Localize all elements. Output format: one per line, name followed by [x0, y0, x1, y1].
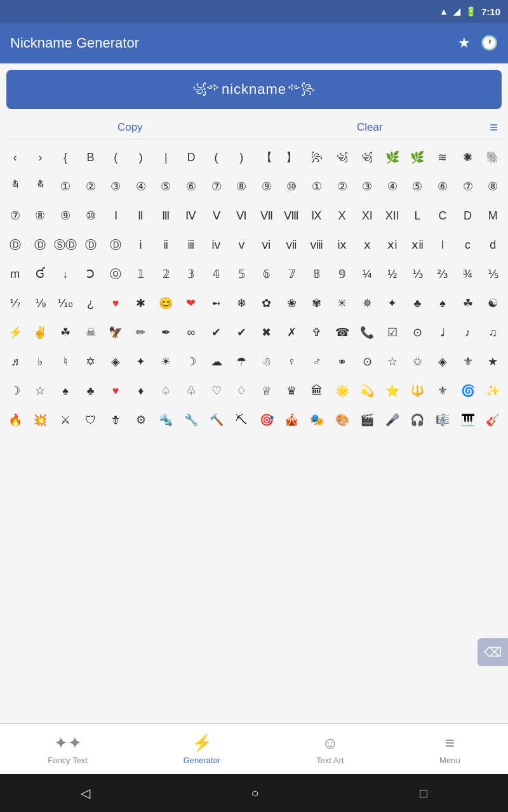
backspace-button[interactable]: ⌫ [478, 638, 508, 666]
symbol-cell[interactable]: ❄ [229, 289, 254, 318]
symbol-cell[interactable]: 📞 [354, 318, 380, 347]
symbol-cell[interactable]: ⑥ [430, 172, 455, 201]
symbol-cell[interactable]: ☁ [204, 347, 229, 376]
symbol-cell[interactable]: d [480, 230, 505, 259]
symbol-cell[interactable]: ♣ [405, 289, 431, 318]
symbol-cell[interactable]: ☆ [380, 347, 405, 376]
symbol-cell[interactable]: ✡ [78, 347, 104, 376]
symbol-cell[interactable]: ⅵ [254, 230, 279, 259]
symbol-cell[interactable]: ⚡ [3, 318, 28, 347]
symbol-cell[interactable]: ⑥ [178, 172, 204, 201]
symbol-cell[interactable]: ♮ [53, 347, 78, 376]
symbol-cell[interactable]: ♧ [178, 376, 204, 405]
symbol-cell[interactable]: ② [78, 172, 104, 201]
symbol-cell[interactable]: ☘ [455, 289, 481, 318]
symbol-cell[interactable]: 🎼 [430, 405, 455, 435]
nav-fancy-text[interactable]: ✦✦ Fancy Text [48, 733, 88, 765]
symbol-cell[interactable]: ✗ [279, 318, 305, 347]
nav-menu[interactable]: ≡ Menu [439, 733, 460, 765]
symbol-cell[interactable]: ✺ [455, 143, 481, 172]
symbol-cell[interactable]: 🔱 [405, 376, 431, 405]
symbol-cell[interactable]: ➻ [204, 289, 229, 318]
symbol-cell[interactable]: ⚙ [128, 405, 154, 435]
symbol-cell[interactable]: ⑧ [480, 172, 505, 201]
symbol-cell[interactable]: 𝟞 [254, 259, 279, 289]
symbol-cell[interactable]: ⅓ [405, 259, 431, 289]
symbol-cell[interactable]: ( [204, 143, 229, 172]
clear-button[interactable]: Clear [250, 121, 490, 134]
symbol-cell[interactable]: ✵ [354, 289, 380, 318]
symbol-cell[interactable]: ༀ [3, 172, 28, 201]
symbol-cell[interactable]: 𝟡 [330, 259, 355, 289]
symbol-cell[interactable]: ♩ [430, 318, 455, 347]
symbol-cell[interactable]: ✨ [480, 376, 505, 405]
symbol-cell[interactable]: ⅒ [53, 289, 78, 318]
symbol-cell[interactable]: ✔ [204, 318, 229, 347]
symbol-cell[interactable]: ⅹⅰ [380, 230, 405, 259]
symbol-cell[interactable]: ♛ [279, 376, 305, 405]
symbol-cell[interactable]: D [455, 201, 481, 230]
symbol-cell[interactable]: 𝟙 [128, 259, 154, 289]
symbol-cell[interactable]: ⊙ [354, 347, 380, 376]
symbol-cell[interactable]: ⅑ [28, 289, 53, 318]
symbol-cell[interactable]: ⅱ [154, 230, 179, 259]
symbol-cell[interactable]: ◈ [103, 347, 128, 376]
back-button[interactable]: ◁ [81, 785, 90, 801]
symbol-cell[interactable]: Ⅱ [128, 201, 154, 230]
symbol-cell[interactable]: ♦ [128, 376, 154, 405]
symbol-cell[interactable]: 🐘 [480, 143, 505, 172]
symbol-cell[interactable]: ✒ [154, 318, 179, 347]
symbol-cell[interactable]: ☘ [53, 318, 78, 347]
symbol-cell[interactable]: 𝟟 [279, 259, 305, 289]
symbol-cell[interactable]: 【 [254, 143, 279, 172]
symbol-cell[interactable]: ‹ [3, 143, 28, 172]
symbol-cell[interactable]: ⚔ [53, 405, 78, 435]
symbol-cell[interactable]: 🎸 [480, 405, 505, 435]
symbol-cell[interactable]: ⅸ [330, 230, 355, 259]
copy-button[interactable]: Copy [10, 121, 250, 134]
symbol-cell[interactable]: ✔ [229, 318, 254, 347]
symbol-cell[interactable]: 𝟠 [304, 259, 330, 289]
symbol-cell[interactable]: ☂ [229, 347, 254, 376]
symbol-cell[interactable]: Ⓓ [28, 230, 53, 259]
symbol-cell[interactable]: XI [354, 201, 380, 230]
symbol-cell[interactable]: ✾ [304, 289, 330, 318]
symbol-cell[interactable]: ② [330, 172, 355, 201]
symbol-cell[interactable]: ⅶ [279, 230, 305, 259]
symbol-cell[interactable]: 🌟 [330, 376, 355, 405]
symbol-cell[interactable]: ⓞ [103, 259, 128, 289]
symbol-cell[interactable]: 🦅 [103, 318, 128, 347]
symbol-cell[interactable]: ◈ [430, 347, 455, 376]
symbol-cell[interactable]: ⚜ [455, 347, 481, 376]
symbol-cell[interactable]: ⑤ [154, 172, 179, 201]
symbol-cell[interactable]: 🎯 [254, 405, 279, 435]
symbol-cell[interactable]: ⑧ [28, 201, 53, 230]
nav-text-art[interactable]: ☺ Text Art [316, 733, 344, 765]
symbol-cell[interactable]: ♣ [78, 376, 104, 405]
symbol-cell[interactable]: ≋ [430, 143, 455, 172]
symbol-cell[interactable]: 🏛 [304, 376, 330, 405]
symbol-cell[interactable]: Ⅳ [178, 201, 204, 230]
symbol-cell[interactable]: ⅴ [229, 230, 254, 259]
symbol-cell[interactable]: Ⓓ [103, 230, 128, 259]
symbol-cell[interactable]: ☠ [78, 318, 104, 347]
symbol-cell[interactable]: Ⅸ [304, 201, 330, 230]
symbol-cell[interactable]: ✿ [254, 289, 279, 318]
symbol-cell[interactable]: ⅷ [304, 230, 330, 259]
symbol-cell[interactable]: ③ [103, 172, 128, 201]
symbol-cell[interactable]: { [53, 143, 78, 172]
symbol-cell[interactable]: ¾ [455, 259, 481, 289]
history-icon[interactable]: 🕐 [481, 35, 498, 51]
symbol-cell[interactable]: ④ [380, 172, 405, 201]
symbol-cell[interactable]: ⑦ [204, 172, 229, 201]
symbol-cell[interactable]: ♤ [154, 376, 179, 405]
symbol-cell[interactable]: ⓈⒹ [53, 230, 78, 259]
symbol-cell[interactable]: ♠ [430, 289, 455, 318]
symbol-cell[interactable]: ⑦ [3, 201, 28, 230]
symbol-cell[interactable]: ♬ [3, 347, 28, 376]
symbol-cell[interactable]: 🎭 [304, 405, 330, 435]
symbol-cell[interactable]: 🌀 [455, 376, 481, 405]
symbol-cell[interactable]: ✖ [254, 318, 279, 347]
symbol-cell[interactable]: ) [229, 143, 254, 172]
symbol-cell[interactable]: 🎪 [279, 405, 305, 435]
